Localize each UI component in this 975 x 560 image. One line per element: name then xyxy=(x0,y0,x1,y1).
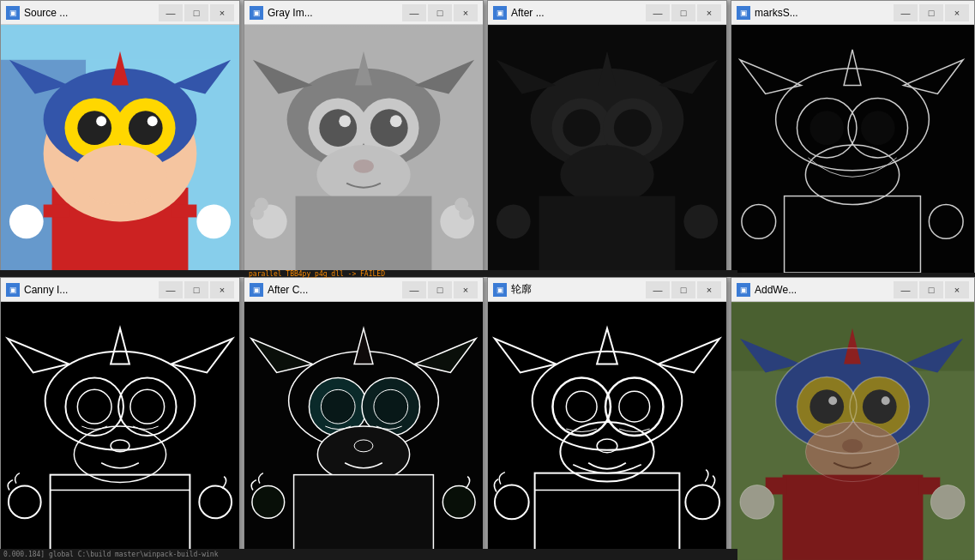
afterc-window: ▣ After C... — □ × xyxy=(244,277,484,560)
addwe-titlebar[interactable]: ▣ AddWe... — □ × xyxy=(731,278,974,302)
canny-title: Canny I... xyxy=(24,284,159,296)
svg-point-33 xyxy=(353,160,374,173)
svg-point-27 xyxy=(339,115,351,127)
svg-point-66 xyxy=(861,111,895,145)
marks-close[interactable]: × xyxy=(945,4,969,21)
gray-window: ▣ Gray Im... — □ × xyxy=(244,0,484,273)
svg-point-10 xyxy=(96,116,106,126)
source-icon: ▣ xyxy=(6,6,20,20)
desktop: ▣ Source ... — □ × xyxy=(0,0,975,560)
svg-point-32 xyxy=(316,145,410,205)
svg-point-118 xyxy=(863,389,897,424)
afterc-maximize[interactable]: □ xyxy=(428,281,452,298)
afterc-controls: — □ × xyxy=(402,281,478,298)
canny-controls: — □ × xyxy=(159,281,234,298)
svg-rect-51 xyxy=(539,196,676,273)
after-title: After ... xyxy=(511,7,646,19)
addwe-icon: ▣ xyxy=(737,283,750,297)
marks-maximize[interactable]: □ xyxy=(919,4,943,21)
afterc-titlebar[interactable]: ▣ After C... — □ × xyxy=(244,278,483,302)
canny-icon: ▣ xyxy=(6,283,20,297)
svg-rect-67 xyxy=(1,303,239,560)
svg-point-92 xyxy=(317,426,409,483)
canny-minimize[interactable]: — xyxy=(159,281,183,298)
svg-point-28 xyxy=(390,115,402,127)
marks-minimize[interactable]: — xyxy=(894,4,918,21)
source-close[interactable]: × xyxy=(210,4,234,21)
marks-controls: — □ × xyxy=(894,4,969,21)
svg-point-93 xyxy=(354,440,373,452)
addwe-image xyxy=(731,302,974,560)
console-text-bottom: 0.000.184] global C:\build master\winpac… xyxy=(0,551,218,558)
svg-rect-34 xyxy=(296,196,432,273)
afterc-minimize[interactable]: — xyxy=(402,281,426,298)
after-minimize[interactable]: — xyxy=(646,4,670,21)
afterc-image xyxy=(244,302,483,560)
afterc-close[interactable]: × xyxy=(454,281,478,298)
svg-point-53 xyxy=(683,205,718,239)
source-title: Source ... xyxy=(24,7,159,19)
contour-titlebar[interactable]: ▣ 轮廓 — □ × xyxy=(488,278,726,302)
contour-close[interactable]: × xyxy=(697,281,721,298)
svg-point-120 xyxy=(882,396,890,405)
console-strip-top: parallel TBB4py_p4g_dll -> FAILED xyxy=(0,270,737,277)
contour-minimize[interactable]: — xyxy=(646,281,670,298)
source-titlebar[interactable]: ▣ Source ... — □ × xyxy=(1,1,239,25)
canny-window: ▣ Canny I... — □ × xyxy=(0,277,240,560)
gray-titlebar[interactable]: ▣ Gray Im... — □ × xyxy=(244,1,483,25)
source-image xyxy=(1,25,239,274)
after-controls: — □ × xyxy=(646,4,721,21)
addwe-controls: — □ × xyxy=(894,281,969,298)
svg-point-86 xyxy=(321,389,355,424)
source-minimize[interactable]: — xyxy=(159,4,183,21)
canny-close[interactable]: × xyxy=(210,281,234,298)
canny-image: 0.0e0.184) global C:\build master\winpac… xyxy=(1,302,239,560)
afterc-icon: ▣ xyxy=(250,283,263,297)
svg-point-16 xyxy=(9,205,44,239)
marks-icon: ▣ xyxy=(737,6,750,20)
gray-image xyxy=(244,25,483,274)
source-maximize[interactable]: □ xyxy=(184,4,208,21)
svg-point-125 xyxy=(842,439,863,453)
svg-point-25 xyxy=(319,109,357,147)
addwe-minimize[interactable]: — xyxy=(894,281,918,298)
svg-point-119 xyxy=(828,396,837,405)
svg-point-38 xyxy=(255,198,268,212)
after-maximize[interactable]: □ xyxy=(671,4,695,21)
marks-titlebar[interactable]: ▣ marksS... — □ × xyxy=(731,1,974,25)
svg-point-52 xyxy=(497,205,531,239)
marks-window: ▣ marksS... — □ × xyxy=(731,0,975,273)
console-strip-bottom: 0.000.184] global C:\build master\winpac… xyxy=(0,549,737,560)
gray-minimize[interactable]: — xyxy=(402,4,426,21)
svg-rect-97 xyxy=(488,303,726,560)
svg-point-11 xyxy=(147,116,158,126)
canny-titlebar[interactable]: ▣ Canny I... — □ × xyxy=(1,278,239,302)
svg-point-26 xyxy=(370,109,408,147)
svg-point-117 xyxy=(809,389,844,424)
addwe-maximize[interactable]: □ xyxy=(919,281,943,298)
svg-point-9 xyxy=(129,111,163,145)
svg-rect-126 xyxy=(783,475,924,560)
gray-maximize[interactable]: □ xyxy=(428,4,452,21)
gray-close[interactable]: × xyxy=(454,4,478,21)
canny-maximize[interactable]: □ xyxy=(184,281,208,298)
svg-point-46 xyxy=(614,109,652,147)
contour-window: ▣ 轮廓 — □ × xyxy=(487,277,727,560)
after-image xyxy=(488,25,726,274)
after-titlebar[interactable]: ▣ After ... — □ × xyxy=(488,1,726,25)
svg-point-45 xyxy=(563,109,600,147)
gray-title: Gray Im... xyxy=(268,7,402,19)
contour-title: 轮廓 xyxy=(511,282,646,297)
marks-image xyxy=(731,25,974,274)
contour-controls: — □ × xyxy=(646,281,721,298)
addwe-close[interactable]: × xyxy=(945,281,969,298)
gray-icon: ▣ xyxy=(250,6,263,20)
contour-maximize[interactable]: □ xyxy=(671,281,695,298)
addwe-window: ▣ AddWe... — □ × xyxy=(731,277,975,560)
svg-point-95 xyxy=(252,486,285,519)
svg-rect-18 xyxy=(44,205,69,218)
after-close[interactable]: × xyxy=(697,4,721,21)
svg-point-50 xyxy=(560,145,653,205)
svg-point-65 xyxy=(809,111,844,145)
marks-title: marksS... xyxy=(755,7,894,19)
